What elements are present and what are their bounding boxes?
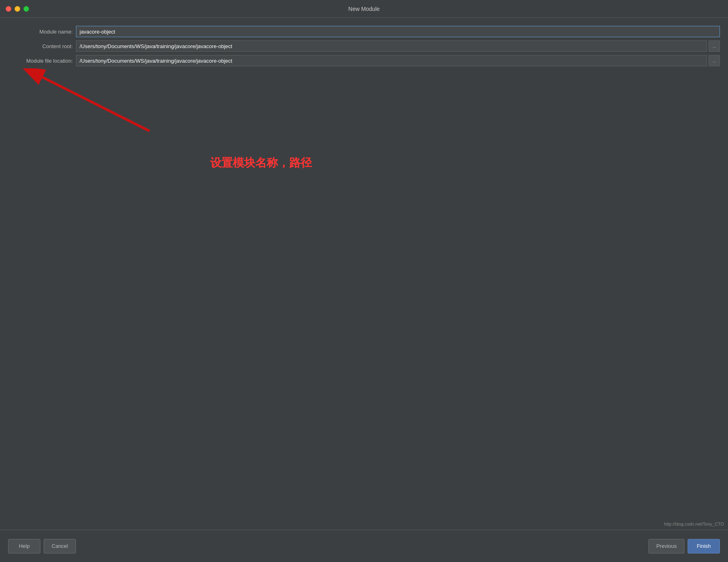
footer: Help Cancel Previous Finish [0,530,728,562]
module-file-location-input[interactable] [76,55,707,66]
annotation-arrow-svg [8,68,210,149]
module-file-location-label: Module file location: [8,58,73,64]
module-file-location-row: Module file location: ... [8,55,720,66]
content-root-label: Content root: [8,43,73,49]
annotation-area: 设置模块名称，路径 [8,74,720,530]
module-file-location-input-container: ... [76,55,720,66]
footer-right: Previous Finish [648,539,720,554]
content-root-input-container: ... [76,40,720,52]
maximize-button[interactable] [23,6,29,12]
module-name-label: Module name: [8,29,73,35]
content-root-browse-button[interactable]: ... [709,40,720,52]
annotation-text: 设置模块名称，路径 [210,155,312,171]
content-root-row: Content root: ... [8,40,720,52]
cancel-button[interactable]: Cancel [44,539,76,554]
minimize-button[interactable] [15,6,20,12]
content-root-input[interactable] [76,40,707,52]
watermark: http://blog.csdn.net/Tony_CTO [664,522,724,526]
module-file-location-browse-button[interactable]: ... [709,55,720,66]
dialog-body: Module name: Content root: ... Module fi… [0,18,728,530]
form-section: Module name: Content root: ... Module fi… [8,26,720,66]
finish-button[interactable]: Finish [688,539,720,554]
close-button[interactable] [6,6,11,12]
module-name-input[interactable] [76,26,720,37]
module-name-row: Module name: [8,26,720,37]
previous-button[interactable]: Previous [648,539,684,554]
window-title: New Module [348,6,380,12]
help-button[interactable]: Help [8,539,40,554]
traffic-lights [6,6,29,12]
title-bar: New Module [0,0,728,18]
module-name-input-container [76,26,720,37]
svg-line-1 [42,77,149,131]
footer-left: Help Cancel [8,539,76,554]
